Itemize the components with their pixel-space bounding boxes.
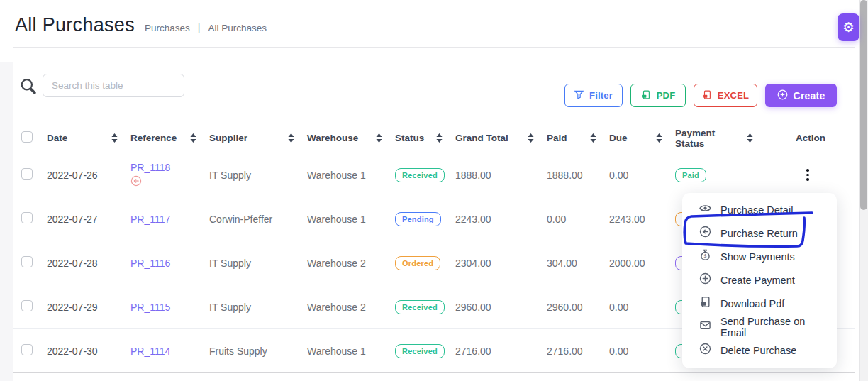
column-header-warehouse: Warehouse — [307, 133, 395, 143]
row-checkbox-cell — [21, 212, 47, 226]
row-checkbox[interactable] — [21, 300, 33, 311]
status-cell: Received — [395, 168, 455, 182]
excel-file-icon — [702, 89, 712, 102]
row-checkbox-cell — [21, 300, 47, 314]
select-all-cell — [21, 131, 47, 145]
warehouse-cell: Warehouse 1 — [307, 346, 395, 357]
status-badge: Received — [395, 300, 445, 314]
column-header-label: Supplier — [209, 133, 247, 143]
column-header-reference: Reference — [130, 133, 209, 143]
due-cell: 0.00 — [609, 346, 675, 357]
create-button[interactable]: Create — [765, 84, 837, 107]
grand-total-cell: 2304.00 — [455, 258, 547, 269]
row-checkbox-cell — [21, 168, 47, 182]
purchase-reference-link[interactable]: PR_1115 — [130, 302, 170, 313]
envelope-icon — [699, 319, 711, 334]
column-header-label: Date — [47, 133, 67, 143]
status-badge: Ordered — [395, 256, 440, 270]
column-header-due: Due — [609, 133, 675, 143]
row-action-dropdown-menu: Purchase DetailPurchase Return$Show Paym… — [682, 193, 837, 368]
sort-icon[interactable] — [436, 133, 443, 143]
circle-x-icon — [699, 343, 711, 358]
date-cell: 2022-07-28 — [47, 258, 130, 269]
sort-icon[interactable] — [190, 133, 196, 143]
scrollbar-track[interactable] — [859, 0, 868, 381]
pdf-export-button[interactable]: PDF — [630, 84, 686, 107]
filter-button[interactable]: Filter — [564, 84, 623, 107]
row-checkbox[interactable] — [21, 256, 33, 267]
column-header-label: Action — [796, 133, 825, 143]
date-cell: 2022-07-30 — [47, 346, 130, 357]
reference-cell: PR_1118 — [130, 162, 209, 189]
column-header-action: Action — [766, 133, 855, 143]
eye-icon — [699, 202, 711, 217]
sort-icon[interactable] — [656, 133, 662, 143]
plus-circle-icon — [777, 89, 788, 102]
row-checkbox[interactable] — [21, 168, 33, 180]
scrollbar-thumb[interactable] — [860, 0, 867, 210]
supplier-cell: Corwin-Pfeffer — [209, 214, 307, 225]
column-header-paid: Paid — [547, 133, 609, 143]
paid-cell: 2716.00 — [547, 346, 609, 357]
menu-item-create-payment[interactable]: Create Payment — [682, 268, 837, 292]
breadcrumb-current: All Purchases — [208, 23, 267, 33]
select-all-checkbox[interactable] — [21, 131, 33, 143]
purchase-reference-link[interactable]: PR_1118 — [130, 162, 170, 173]
payment-status-badge: Paid — [675, 168, 706, 182]
warehouse-cell: Warehouse 1 — [307, 214, 395, 225]
sort-icon[interactable] — [528, 133, 534, 143]
purchase-reference-link[interactable]: PR_1114 — [130, 346, 170, 357]
purchase-reference-link[interactable]: PR_1117 — [130, 214, 170, 225]
menu-item-label: Create Payment — [720, 275, 795, 286]
table-header-row: DateReferenceSupplierWarehouseStatusGran… — [13, 123, 855, 153]
menu-item-label: Delete Purchase — [720, 345, 796, 356]
status-cell: Received — [395, 300, 455, 314]
column-header-label: Paid — [547, 133, 567, 143]
row-checkbox[interactable] — [21, 344, 33, 355]
sort-icon[interactable] — [376, 133, 382, 143]
row-checkbox-cell — [21, 256, 47, 270]
grand-total-cell: 2716.00 — [455, 346, 547, 357]
sort-icon[interactable] — [288, 133, 294, 143]
menu-item-send-purchase-on-email[interactable]: Send Purchase on Email — [682, 315, 837, 338]
supplier-cell: IT Supply — [209, 302, 307, 313]
page-left-gutter — [0, 62, 13, 381]
breadcrumb-separator: | — [198, 22, 201, 33]
column-header-label: Due — [609, 133, 628, 143]
column-header-label: Warehouse — [307, 133, 358, 143]
paid-cell: 0.00 — [547, 214, 609, 225]
sort-icon[interactable] — [747, 133, 753, 143]
kebab-menu-icon[interactable] — [801, 165, 815, 185]
status-cell: Ordered — [395, 256, 455, 270]
purchase-reference-link[interactable]: PR_1116 — [130, 258, 170, 269]
menu-item-purchase-return[interactable]: Purchase Return — [682, 221, 837, 245]
reference-cell: PR_1115 — [130, 302, 209, 313]
pdf-file-icon — [641, 89, 651, 102]
menu-item-label: Show Payments — [720, 251, 795, 263]
sort-icon[interactable] — [590, 133, 596, 143]
reference-cell: PR_1117 — [130, 214, 209, 225]
breadcrumb-parent-link[interactable]: Purchases — [145, 23, 190, 33]
pdf-file-icon — [699, 296, 711, 311]
sort-icon[interactable] — [111, 133, 118, 143]
status-cell: Received — [395, 344, 455, 358]
search-icon — [19, 77, 38, 99]
excel-export-button[interactable]: EXCEL — [694, 84, 757, 107]
menu-item-show-payments[interactable]: $Show Payments — [682, 245, 837, 268]
plus-circle-icon — [699, 272, 711, 287]
breadcrumb: Purchases | All Purchases — [145, 22, 267, 33]
paid-cell: 1888.00 — [547, 170, 609, 181]
menu-item-purchase-detail[interactable]: Purchase Detail — [682, 198, 837, 221]
purchase-return-indicator-icon — [130, 175, 142, 189]
menu-item-download-pdf[interactable]: Download Pdf — [682, 292, 837, 315]
menu-item-delete-purchase[interactable]: Delete Purchase — [682, 338, 837, 362]
search-input[interactable] — [43, 74, 184, 97]
due-cell: 2243.00 — [609, 214, 675, 225]
column-header-payment-status: Payment Status — [675, 128, 766, 149]
paid-cell: 304.00 — [547, 258, 609, 269]
filter-button-label: Filter — [589, 90, 613, 101]
money-bag-icon: $ — [699, 249, 711, 264]
row-checkbox-cell — [21, 344, 47, 358]
settings-button[interactable]: ⚙ — [838, 13, 859, 41]
row-checkbox[interactable] — [21, 212, 33, 223]
